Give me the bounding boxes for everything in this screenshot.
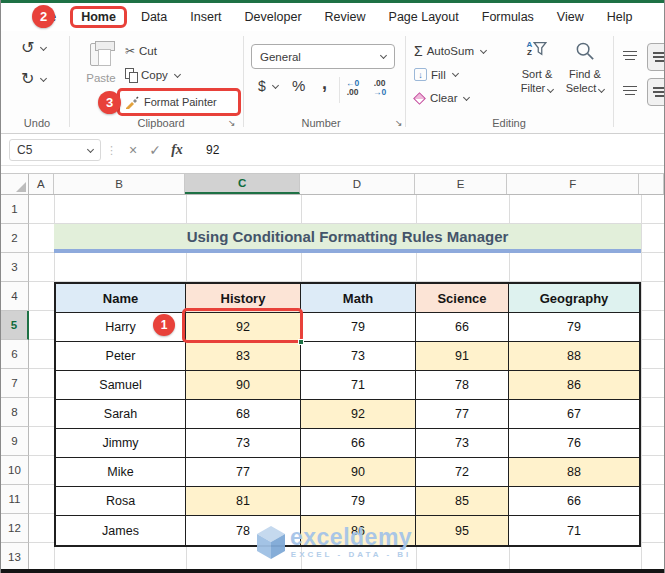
menu-tab-view[interactable]: View (548, 6, 593, 28)
number-format-dropdown[interactable]: General (251, 44, 395, 69)
column-header-e[interactable]: E (415, 174, 508, 194)
menu-tab-developer[interactable]: Developer (236, 6, 311, 28)
score-cell[interactable]: 67 (509, 400, 639, 429)
row-header-10[interactable]: 10 (1, 456, 29, 485)
score-cell[interactable]: 76 (509, 429, 639, 458)
score-cell[interactable]: 71 (301, 371, 416, 400)
row-header-5[interactable]: 5 (1, 311, 29, 340)
align-center-icon[interactable] (623, 48, 637, 65)
column-header-b[interactable]: B (54, 174, 186, 194)
name-cell[interactable]: Samuel (56, 371, 186, 400)
fill-button[interactable]: ↓ Fill (414, 68, 458, 81)
score-cell[interactable]: 88 (509, 342, 639, 371)
score-cell[interactable]: 66 (509, 487, 639, 516)
score-cell[interactable]: 90 (301, 458, 416, 487)
column-header-a[interactable]: A (29, 174, 54, 194)
name-cell[interactable]: Sarah (56, 400, 186, 429)
name-box[interactable]: C5 (9, 139, 101, 161)
row-header-12[interactable]: 12 (1, 514, 29, 543)
menu-tab-help[interactable]: Help (598, 6, 642, 28)
chevron-down-icon[interactable] (40, 43, 47, 50)
score-cell[interactable]: 79 (301, 487, 416, 516)
row-header-11[interactable]: 11 (1, 485, 29, 514)
table-header-science[interactable]: Science (416, 284, 509, 313)
column-header-f[interactable]: F (507, 174, 639, 194)
score-cell[interactable]: 90 (186, 371, 301, 400)
sort-filter-button[interactable]: AZ Sort & Filter (513, 41, 561, 95)
column-header-c[interactable]: C (185, 174, 300, 194)
score-cell[interactable]: 68 (186, 400, 301, 429)
menu-tab-review[interactable]: Review (316, 6, 375, 28)
chevron-down-icon[interactable] (480, 46, 487, 53)
alignment-button-partial[interactable] (647, 78, 665, 106)
score-cell[interactable]: 66 (416, 313, 509, 342)
chevron-down-icon[interactable] (272, 81, 279, 88)
cancel-entry-button[interactable]: × (122, 142, 144, 158)
fill-handle[interactable] (298, 339, 304, 345)
score-cell[interactable]: 92 (301, 400, 416, 429)
row-header-6[interactable]: 6 (1, 340, 29, 369)
decrease-decimal-button[interactable]: .00 →0 (373, 79, 386, 97)
name-cell[interactable]: Peter (56, 342, 186, 371)
row-header-1[interactable]: 1 (1, 195, 29, 224)
align-left-icon[interactable] (623, 83, 637, 100)
accounting-format-button[interactable]: $ (258, 78, 278, 94)
row-header-4[interactable]: 4 (1, 282, 29, 311)
score-cell[interactable]: 91 (416, 342, 509, 371)
select-all-corner[interactable] (1, 174, 29, 194)
comma-style-button[interactable]: , (322, 73, 327, 94)
score-cell[interactable]: 81 (186, 487, 301, 516)
formula-bar-input[interactable]: 92 (206, 143, 219, 157)
row-header-9[interactable]: 9 (1, 427, 29, 456)
chevron-down-icon[interactable] (40, 74, 47, 81)
alignment-button-partial[interactable] (647, 43, 665, 71)
chevron-down-icon[interactable] (87, 145, 94, 152)
clipboard-dialog-launcher-icon[interactable]: ↘ (228, 118, 236, 128)
insert-function-button[interactable]: fx (166, 142, 188, 158)
score-cell[interactable]: 77 (416, 400, 509, 429)
autosum-button[interactable]: Σ AutoSum (414, 43, 486, 59)
copy-button[interactable]: Copy (125, 68, 180, 82)
score-cell[interactable]: 88 (509, 458, 639, 487)
score-cell[interactable]: 79 (301, 313, 416, 342)
column-header-d[interactable]: D (300, 174, 415, 194)
score-cell[interactable]: 78 (416, 371, 509, 400)
chevron-down-icon[interactable] (174, 70, 181, 77)
score-cell[interactable]: 77 (186, 458, 301, 487)
row-header-8[interactable]: 8 (1, 398, 29, 427)
name-cell[interactable]: Jimmy (56, 429, 186, 458)
score-cell[interactable]: 73 (301, 342, 416, 371)
menu-tab-page-layout[interactable]: Page Layout (380, 6, 468, 28)
score-cell[interactable]: 79 (509, 313, 639, 342)
menu-tab-home[interactable]: Home (70, 6, 127, 28)
row-header-13[interactable]: 13 (1, 543, 29, 572)
row-header-7[interactable]: 7 (1, 369, 29, 398)
name-cell[interactable]: Rosa (56, 487, 186, 516)
format-painter-button[interactable]: Format Painter (117, 88, 241, 116)
score-cell[interactable]: 86 (509, 371, 639, 400)
redo-button[interactable]: ↻ (21, 71, 46, 87)
clear-button[interactable]: Clear (413, 92, 469, 104)
confirm-entry-button[interactable]: ✓ (144, 142, 166, 158)
name-cell[interactable]: James (56, 516, 186, 545)
paste-button[interactable]: Paste (81, 41, 121, 84)
table-header-geography[interactable]: Geography (509, 284, 639, 313)
table-header-name[interactable]: Name (56, 284, 186, 313)
cut-button[interactable]: ✂ Cut (125, 44, 157, 58)
score-cell[interactable]: 83 (186, 342, 301, 371)
table-header-math[interactable]: Math (301, 284, 416, 313)
find-select-button[interactable]: Find & Select (561, 41, 609, 95)
score-cell[interactable]: 66 (301, 429, 416, 458)
score-cell[interactable]: 71 (509, 516, 639, 545)
score-cell[interactable]: 72 (416, 458, 509, 487)
column-header-partial[interactable] (639, 174, 664, 194)
menu-tab-formulas[interactable]: Formulas (473, 6, 543, 28)
undo-button[interactable]: ↺ (21, 40, 46, 56)
score-cell[interactable]: 73 (186, 429, 301, 458)
menu-tab-data[interactable]: Data (132, 6, 176, 28)
score-cell[interactable]: 85 (416, 487, 509, 516)
row-header-3[interactable]: 3 (1, 253, 29, 282)
number-dialog-launcher-icon[interactable]: ↘ (395, 118, 403, 128)
increase-decimal-button[interactable]: ←0 .00 (346, 79, 359, 97)
menu-tab-insert[interactable]: Insert (181, 6, 230, 28)
